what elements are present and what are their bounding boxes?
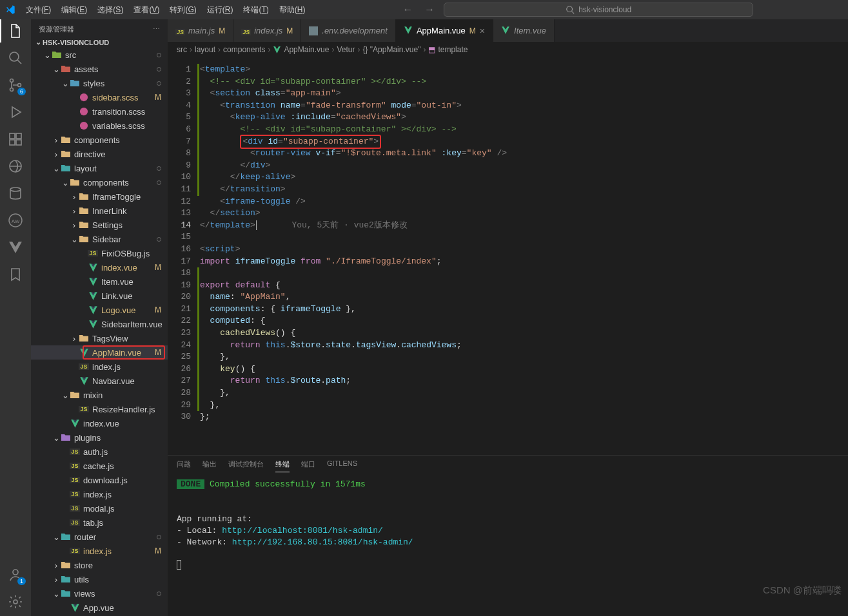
tree-item-transition.scss[interactable]: transition.scss — [31, 104, 168, 119]
tab-.env.development[interactable]: .env.development — [301, 19, 396, 42]
tree-item-App.vue[interactable]: App.vue — [31, 601, 168, 615]
menu-转到[interactable]: 转到(G) — [164, 5, 201, 15]
menu-运行[interactable]: 运行(R) — [202, 5, 239, 15]
tree-item-modal.js[interactable]: JSmodal.js — [31, 501, 168, 515]
breadcrumb-item[interactable]: components — [223, 45, 265, 54]
tree-item-Sidebar[interactable]: ⌄Sidebar — [31, 232, 168, 246]
breadcrumb-item[interactable]: Vetur — [337, 45, 355, 54]
tree-item-SidebarItem.vue[interactable]: SidebarItem.vue — [31, 317, 168, 331]
menu-选择[interactable]: 选择(S) — [92, 5, 128, 15]
command-center[interactable]: hsk-visioncloud — [444, 3, 753, 17]
breadcrumb[interactable]: src›layout›components› AppMain.vue›Vetur… — [168, 42, 848, 57]
terminal-body[interactable]: DONE Compiled successfully in 1571ms App… — [168, 476, 848, 616]
svg-rect-7 — [10, 133, 15, 139]
breadcrumb-item[interactable]: AppMain.vue — [273, 45, 329, 54]
menu-编辑[interactable]: 编辑(E) — [56, 5, 92, 15]
tree-item-tab.js[interactable]: JStab.js — [31, 515, 168, 530]
tab-close-icon[interactable]: × — [480, 26, 485, 36]
menu-帮助[interactable]: 帮助(H) — [274, 5, 311, 15]
panel-tab-输出[interactable]: 输出 — [202, 459, 217, 472]
tree-item-directive[interactable]: ›directive — [31, 147, 168, 161]
tree-item-IframeToggle[interactable]: ›IframeToggle — [31, 189, 168, 204]
tree-item-download.js[interactable]: JSdownload.js — [31, 473, 168, 487]
tree-item-index.vue[interactable]: index.vue — [31, 416, 168, 430]
nav-back-icon[interactable]: ← — [400, 4, 415, 15]
tree-item-Item.vue[interactable]: Item.vue — [31, 274, 168, 289]
command-center-text: hsk-visioncloud — [578, 5, 631, 14]
tree-item-Settings[interactable]: ›Settings — [31, 218, 168, 232]
explorer-icon[interactable] — [8, 23, 23, 39]
panel-tab-问题[interactable]: 问题 — [177, 459, 191, 472]
tree-item-variables.scss[interactable]: variables.scss — [31, 119, 168, 133]
tree-item-assets[interactable]: ⌄assets — [31, 62, 168, 76]
scm-icon[interactable]: 6 — [8, 77, 23, 93]
account-icon[interactable]: 1 — [8, 567, 23, 582]
tree-item-FixiOSBug.js[interactable]: JSFixiOSBug.js — [31, 246, 168, 260]
tree-item-TagsView[interactable]: ›TagsView — [31, 331, 168, 345]
code-content[interactable]: <template> <!-- <div id="subapp-containe… — [200, 57, 848, 455]
sidebar-more-icon[interactable]: ⋯ — [153, 25, 160, 34]
tree-item-layout[interactable]: ⌄layout — [31, 161, 168, 175]
tree-item-index.js[interactable]: JSindex.js — [31, 487, 168, 501]
svg-point-4 — [10, 79, 14, 82]
panel-tab-GITLENS[interactable]: GITLENS — [327, 459, 357, 472]
scm-badge: 6 — [17, 88, 26, 95]
tab-index.js[interactable]: JSindex.jsM — [233, 19, 301, 42]
breadcrumb-item[interactable]: src — [177, 45, 187, 54]
tree-item-index.js[interactable]: JSindex.jsM — [31, 544, 168, 558]
terminal-cursor — [177, 560, 181, 570]
tree-item-auth.js[interactable]: JSauth.js — [31, 445, 168, 459]
extensions-icon[interactable] — [8, 131, 23, 147]
sidebar-title: 资源管理器 — [39, 24, 74, 34]
tree-item-AppMain.vue[interactable]: AppMain.vueM — [31, 345, 168, 360]
panel-tab-端口[interactable]: 端口 — [301, 459, 315, 472]
tree-item-InnerLink[interactable]: ›InnerLink — [31, 204, 168, 218]
tree-item-sidebar.scss[interactable]: sidebar.scssM — [31, 90, 168, 104]
tab-AppMain.vue[interactable]: AppMain.vueM× — [396, 19, 493, 42]
panel-tab-调试控制台[interactable]: 调试控制台 — [228, 459, 264, 472]
menu-文件[interactable]: 文件(F) — [21, 5, 56, 15]
tree-item-ResizeHandler.js[interactable]: JSResizeHandler.js — [31, 402, 168, 416]
panel-tab-终端[interactable]: 终端 — [275, 459, 290, 472]
tab-Item.vue[interactable]: Item.vue — [493, 19, 555, 42]
tree-root[interactable]: ⌄HSK-VISIONCLOUD — [31, 37, 168, 48]
tree-item-mixin[interactable]: ⌄mixin — [31, 388, 168, 402]
tree-item-Navbar.vue[interactable]: Navbar.vue — [31, 374, 168, 388]
breadcrumb-item[interactable]: ⬒ template — [428, 45, 468, 54]
tree-item-store[interactable]: ›store — [31, 558, 168, 572]
bookmark-icon[interactable] — [8, 267, 23, 282]
run-debug-icon[interactable] — [8, 104, 23, 120]
tree-item-index.vue[interactable]: index.vueM — [31, 260, 168, 274]
tree-item-router[interactable]: ⌄router — [31, 530, 168, 544]
tree-item-plugins[interactable]: ⌄plugins — [31, 430, 168, 445]
tree-item-cache.js[interactable]: JScache.js — [31, 459, 168, 473]
tree-item-views[interactable]: ⌄views — [31, 586, 168, 601]
remote-icon[interactable] — [8, 159, 23, 174]
svg-rect-20 — [309, 26, 318, 35]
tree-item-src[interactable]: ⌄src — [31, 48, 168, 62]
db-icon[interactable] — [8, 186, 23, 201]
tree-item-styles[interactable]: ⌄styles — [31, 76, 168, 90]
editor-body[interactable]: 1234567891011121314151617181920212223242… — [168, 57, 848, 455]
tree-item-Link.vue[interactable]: Link.vue — [31, 289, 168, 303]
menubar: 文件(F)编辑(E)选择(S)查看(V)转到(G)运行(R)终端(T)帮助(H)… — [0, 0, 848, 19]
local-url[interactable]: http://localhost:8081/hsk-admin/ — [222, 526, 383, 535]
settings-icon[interactable] — [8, 594, 23, 610]
network-url[interactable]: http://192.168.80.15:8081/hsk-admin/ — [232, 537, 413, 547]
tree-item-Logo.vue[interactable]: Logo.vueM — [31, 303, 168, 317]
breadcrumb-item[interactable]: layout — [195, 45, 215, 54]
tree-item-components[interactable]: ⌄components — [31, 175, 168, 189]
vue-icon[interactable] — [8, 240, 23, 255]
menu-终端[interactable]: 终端(T) — [238, 5, 273, 15]
tree-item-utils[interactable]: ›utils — [31, 572, 168, 586]
svg-rect-10 — [16, 140, 21, 145]
search-icon[interactable] — [8, 50, 23, 66]
tab-main.js[interactable]: JSmain.jsM — [168, 19, 233, 42]
breadcrumb-item[interactable]: {} "AppMain.vue" — [362, 45, 420, 54]
tree-item-index.js[interactable]: JSindex.js — [31, 360, 168, 374]
tree-item-components[interactable]: ›components — [31, 133, 168, 147]
nav-forward-icon[interactable]: → — [422, 4, 437, 15]
aw-icon[interactable]: AW — [8, 213, 23, 228]
svg-text:AW: AW — [12, 218, 20, 224]
menu-查看[interactable]: 查看(V) — [128, 5, 164, 15]
